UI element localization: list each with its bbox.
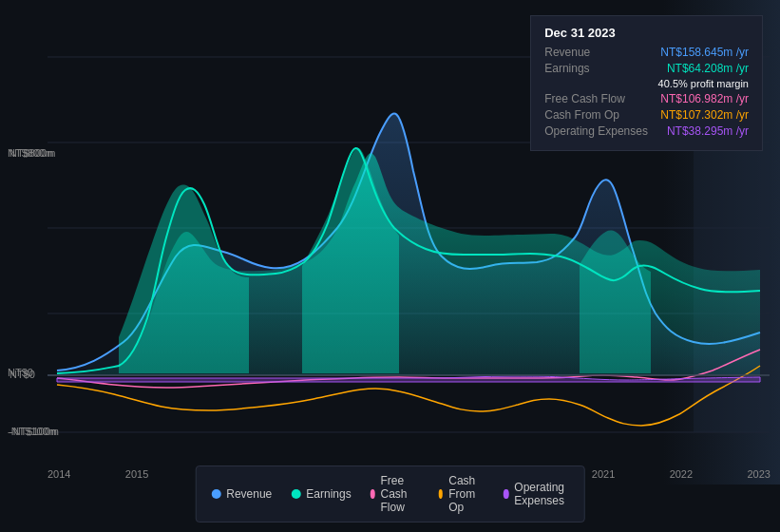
tooltip-row-opex: Operating Expenses NT$38.295m /yr <box>544 124 749 138</box>
legend-dot-earnings <box>291 489 300 499</box>
legend-item-earnings[interactable]: Earnings <box>291 487 351 501</box>
tooltip-label-opex: Operating Expenses <box>544 124 648 138</box>
legend-item-cashop[interactable]: Cash From Op <box>438 474 485 514</box>
legend-label-cashop: Cash From Op <box>448 474 485 514</box>
y-label-0: NT$0 <box>8 367 33 378</box>
legend-item-fcf[interactable]: Free Cash Flow <box>371 474 420 514</box>
tooltip-value-revenue: NT$158.645m /yr <box>660 46 749 59</box>
tooltip-box: Dec 31 2023 Revenue NT$158.645m /yr Earn… <box>530 15 763 151</box>
chart-legend: Revenue Earnings Free Cash Flow Cash Fro… <box>195 466 585 522</box>
tooltip-value-opex: NT$38.295m /yr <box>667 124 749 138</box>
y-label-800m: NT$800m <box>8 147 53 159</box>
tooltip-label-fcf: Free Cash Flow <box>544 92 625 105</box>
legend-item-opex[interactable]: Operating Expenses <box>504 481 569 507</box>
tooltip-value-fcf: NT$106.982m /yr <box>660 92 749 105</box>
legend-dot-cashop <box>438 489 443 499</box>
legend-label-earnings: Earnings <box>306 487 351 501</box>
tooltip-row-revenue: Revenue NT$158.645m /yr <box>544 46 749 59</box>
x-label-2022: 2022 <box>670 468 693 480</box>
x-label-2021: 2021 <box>592 468 615 480</box>
tooltip-label-earnings: Earnings <box>544 62 589 75</box>
tooltip-row-fcf: Free Cash Flow NT$106.982m /yr <box>544 92 749 105</box>
legend-dot-opex <box>504 489 508 499</box>
tooltip-value-cashop: NT$107.302m /yr <box>660 108 749 122</box>
tooltip-value-margin: 40.5% profit margin <box>658 78 749 89</box>
x-label-2023: 2023 <box>747 468 770 480</box>
x-label-2014: 2014 <box>48 468 70 480</box>
legend-label-revenue: Revenue <box>226 487 272 501</box>
legend-label-opex: Operating Expenses <box>514 481 568 507</box>
tooltip-row-earnings: Earnings NT$64.208m /yr <box>544 62 749 75</box>
legend-label-fcf: Free Cash Flow <box>381 474 420 514</box>
x-label-2015: 2015 <box>125 468 148 480</box>
tooltip-label-cashop: Cash From Op <box>544 108 619 122</box>
legend-dot-fcf <box>371 489 375 499</box>
tooltip-title: Dec 31 2023 <box>544 26 749 40</box>
legend-item-revenue[interactable]: Revenue <box>211 487 272 501</box>
y-label-neg100m: -NT$100m <box>8 426 57 437</box>
tooltip-label-revenue: Revenue <box>544 46 590 59</box>
tooltip-row-margin: 40.5% profit margin <box>544 78 749 89</box>
tooltip-value-earnings: NT$64.208m /yr <box>667 62 749 75</box>
legend-dot-revenue <box>211 489 220 499</box>
tooltip-row-cashop: Cash From Op NT$107.302m /yr <box>544 108 749 122</box>
